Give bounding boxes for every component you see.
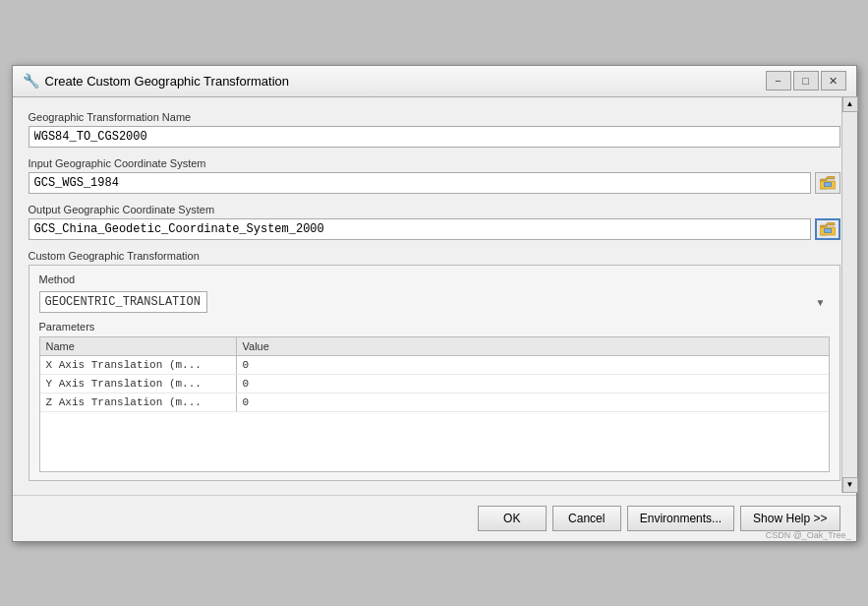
param-name-0: X Axis Translation (m... <box>40 356 237 374</box>
param-name-1: Y Axis Translation (m... <box>40 375 237 393</box>
param-value-1: 0 <box>237 375 829 393</box>
close-button[interactable]: ✕ <box>821 71 846 91</box>
scroll-track <box>842 112 857 477</box>
table-row[interactable]: Y Axis Translation (m... 0 <box>40 375 829 394</box>
transformation-name-input[interactable] <box>29 126 840 148</box>
dialog-footer: OK Cancel Environments... Show Help >> <box>13 495 856 541</box>
minimize-button[interactable]: − <box>766 71 791 91</box>
show-help-button[interactable]: Show Help >> <box>740 506 839 531</box>
input-crs-section: Input Geographic Coordinate System <box>29 157 840 194</box>
parameters-section: Parameters Name Value X Axis Translation… <box>39 321 830 472</box>
input-crs-label: Input Geographic Coordinate System <box>29 157 840 169</box>
param-value-2: 0 <box>237 394 829 411</box>
environments-button[interactable]: Environments... <box>627 506 734 531</box>
table-empty-area <box>40 412 829 471</box>
scroll-up-button[interactable]: ▲ <box>842 96 858 112</box>
output-crs-label: Output Geographic Coordinate System <box>29 204 840 215</box>
table-row[interactable]: X Axis Translation (m... 0 <box>40 356 829 375</box>
ok-button[interactable]: OK <box>478 506 547 531</box>
custom-transform-label: Custom Geographic Transformation <box>29 250 840 262</box>
output-crs-browse-button[interactable] <box>815 218 840 240</box>
folder-icon <box>820 176 836 190</box>
method-label: Method <box>39 273 830 285</box>
title-icon: 🔧 <box>23 73 39 89</box>
folder-icon-2 <box>820 222 836 236</box>
transformation-name-label: Geographic Transformation Name <box>29 111 840 123</box>
output-crs-section: Output Geographic Coordinate System <box>29 204 840 240</box>
scroll-down-button[interactable]: ▼ <box>842 477 858 493</box>
custom-transform-section: Custom Geographic Transformation Method … <box>29 250 840 481</box>
svg-rect-7 <box>825 229 831 232</box>
input-crs-browse-button[interactable] <box>815 172 840 194</box>
table-header: Name Value <box>40 337 829 356</box>
method-select[interactable]: GEOCENTRIC_TRANSLATION MOLODENSKY MOLODE… <box>39 291 207 313</box>
transformation-name-section: Geographic Transformation Name <box>29 111 840 148</box>
parameters-table: Name Value X Axis Translation (m... 0 Y … <box>39 336 830 472</box>
input-crs-input[interactable] <box>29 172 811 194</box>
param-name-2: Z Axis Translation (m... <box>40 394 237 411</box>
title-bar: 🔧 Create Custom Geographic Transformatio… <box>13 66 856 97</box>
output-crs-input[interactable] <box>29 218 811 240</box>
cancel-button[interactable]: Cancel <box>552 506 621 531</box>
table-row[interactable]: Z Axis Translation (m... 0 <box>40 394 829 412</box>
header-value: Value <box>237 337 829 355</box>
watermark: CSDN @_Oak_Tree_ <box>766 530 851 540</box>
parameters-label: Parameters <box>39 321 830 333</box>
scrollbar[interactable]: ▲ ▼ <box>841 96 857 493</box>
select-arrow-icon: ▼ <box>816 296 826 307</box>
dialog-body: Geographic Transformation Name Input Geo… <box>13 97 856 495</box>
custom-transform-group: Method GEOCENTRIC_TRANSLATION MOLODENSKY… <box>29 265 840 481</box>
dialog-title: Create Custom Geographic Transformation <box>45 74 290 89</box>
header-name: Name <box>40 337 237 355</box>
param-value-0: 0 <box>237 356 829 374</box>
svg-rect-3 <box>825 183 831 186</box>
maximize-button[interactable]: □ <box>793 71 819 91</box>
